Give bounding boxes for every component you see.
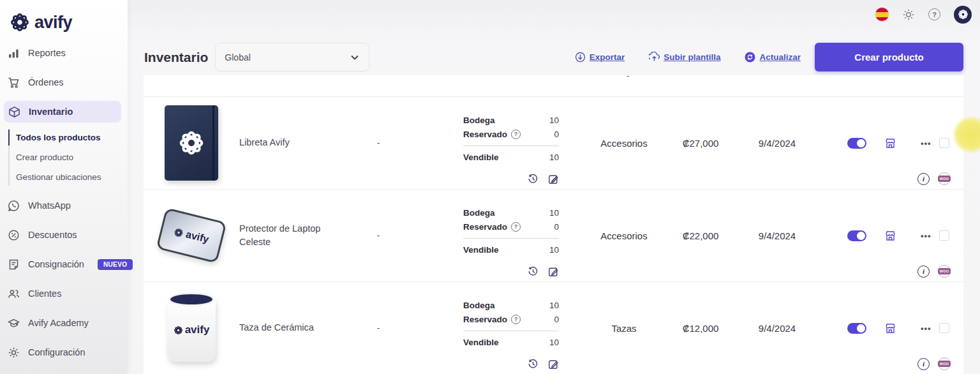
warehouse-label: Bodega bbox=[463, 301, 495, 310]
storefront-icon[interactable] bbox=[884, 230, 896, 242]
stock-divider bbox=[463, 238, 559, 239]
consignment-icon bbox=[8, 258, 20, 271]
active-toggle[interactable] bbox=[847, 323, 866, 334]
language-flag-spain-icon[interactable] bbox=[875, 8, 889, 21]
edit-stock-icon[interactable] bbox=[548, 359, 559, 370]
reserved-value: 0 bbox=[554, 130, 559, 139]
submenu-item-gestionar-ubicaciones[interactable]: Gestionar ubicaciones bbox=[0, 167, 128, 187]
upload-template-link[interactable]: Subir plantilla bbox=[649, 52, 720, 63]
product-name: Libreta Avify bbox=[239, 136, 290, 149]
stock-history-icon[interactable] bbox=[528, 266, 538, 277]
woocommerce-icon: WOO bbox=[938, 265, 951, 278]
info-icon[interactable]: i bbox=[917, 173, 930, 185]
sellable-label: Vendible bbox=[463, 338, 499, 347]
reserved-help-icon[interactable]: ? bbox=[511, 222, 521, 232]
upload-icon bbox=[649, 52, 660, 63]
sellable-value: 10 bbox=[549, 338, 559, 347]
sellable-label: Vendible bbox=[463, 153, 499, 162]
help-glyph: ? bbox=[932, 11, 937, 19]
location-select[interactable]: Global bbox=[215, 43, 369, 71]
sidebar-item-ordenes[interactable]: Órdenes bbox=[0, 68, 128, 97]
row-select-checkbox[interactable] bbox=[939, 230, 949, 241]
sidebar-item-avify-academy[interactable]: Avify Academy bbox=[0, 308, 128, 338]
row-select-checkbox[interactable] bbox=[939, 323, 949, 333]
submenu-item-label: Todos los productos bbox=[16, 133, 101, 142]
stock-cell: Bodega10 Reservado? 0 Vendible10 bbox=[410, 190, 573, 281]
graduation-cap-icon bbox=[8, 317, 20, 329]
refresh-link[interactable]: Actualizar bbox=[745, 52, 801, 63]
location-select-value: Global bbox=[225, 52, 250, 63]
laptop-sleeve-product-image: avify bbox=[156, 207, 226, 264]
sidebar-item-label: Clientes bbox=[28, 288, 61, 299]
category-cell: Tazas bbox=[573, 282, 675, 374]
mug-product-image: avify bbox=[167, 298, 216, 362]
sidebar-item-label: WhatsApp bbox=[28, 200, 71, 211]
page-title: Inventario bbox=[144, 50, 208, 65]
sidebar-item-consignacion[interactable]: Consignación NUEVO bbox=[0, 250, 128, 279]
brand-name: avify bbox=[34, 13, 72, 33]
info-icon[interactable]: i bbox=[917, 266, 930, 278]
active-toggle[interactable] bbox=[847, 138, 866, 149]
box-icon bbox=[8, 106, 20, 118]
export-label: Exportar bbox=[590, 52, 625, 62]
create-product-button[interactable]: Crear producto bbox=[815, 43, 963, 71]
sidebar-item-whatsapp[interactable]: WhatsApp bbox=[0, 191, 128, 220]
more-actions-icon[interactable]: ••• bbox=[921, 324, 932, 333]
bar-chart-icon bbox=[8, 47, 20, 59]
cart-icon bbox=[8, 77, 20, 89]
storefront-icon[interactable] bbox=[884, 137, 896, 149]
sidebar-item-label: Inventario bbox=[29, 107, 73, 117]
sidebar-item-clientes[interactable]: Clientes bbox=[0, 279, 128, 308]
stock-divider bbox=[463, 331, 559, 331]
warehouse-label: Bodega bbox=[463, 116, 495, 125]
user-avatar[interactable] bbox=[954, 6, 972, 24]
more-actions-icon[interactable]: ••• bbox=[921, 231, 932, 241]
category-cell: Accesorios bbox=[573, 97, 675, 189]
product-name: Protector de Laptop Celeste bbox=[239, 222, 346, 249]
reserved-value: 0 bbox=[554, 315, 559, 324]
variant-cell: - bbox=[346, 97, 410, 189]
reserved-help-icon[interactable]: ? bbox=[511, 315, 521, 324]
storefront-icon[interactable] bbox=[884, 322, 896, 334]
stock-cell: Bodega10 Reservado? 0 Vendible10 bbox=[410, 282, 573, 374]
edit-stock-icon[interactable] bbox=[548, 174, 559, 184]
export-link[interactable]: Exportar bbox=[575, 52, 625, 63]
stock-history-icon[interactable] bbox=[528, 174, 538, 184]
header-actions: Exportar Subir plantilla Actualizar bbox=[575, 52, 801, 63]
date-cell: 9/4/2024 bbox=[726, 190, 828, 281]
reserved-label: Reservado bbox=[463, 130, 507, 139]
submenu-item-crear-producto[interactable]: Crear producto bbox=[0, 147, 128, 167]
settings-gear-icon[interactable] bbox=[902, 8, 915, 21]
reserved-help-icon[interactable]: ? bbox=[511, 130, 521, 139]
active-toggle[interactable] bbox=[847, 230, 866, 241]
topbar: ? bbox=[128, 0, 980, 29]
sidebar-item-descuentos[interactable]: Descuentos bbox=[0, 220, 128, 250]
woocommerce-icon: WOO bbox=[938, 357, 951, 370]
discount-icon bbox=[8, 229, 20, 241]
help-icon[interactable]: ? bbox=[928, 8, 940, 20]
variant-cell: - bbox=[346, 190, 410, 281]
reserved-label: Reservado bbox=[463, 222, 507, 232]
sidebar-item-label: Reportes bbox=[28, 48, 66, 58]
notebook-product-image bbox=[165, 105, 218, 181]
table-row: avify Protector de Laptop Celeste - Bode… bbox=[144, 190, 963, 282]
product-name: Taza de Cerámica bbox=[239, 321, 314, 334]
warehouse-value: 10 bbox=[549, 208, 559, 218]
warehouse-value: 10 bbox=[549, 116, 559, 125]
edit-stock-icon[interactable] bbox=[548, 266, 559, 277]
info-icon[interactable]: i bbox=[917, 358, 930, 370]
sidebar-item-reportes[interactable]: Reportes bbox=[0, 38, 128, 68]
sellable-value: 10 bbox=[549, 153, 559, 162]
row-select-checkbox[interactable] bbox=[939, 138, 949, 148]
warehouse-value: 10 bbox=[549, 301, 559, 310]
more-actions-icon[interactable]: ••• bbox=[921, 138, 932, 148]
row-corner-icons: i WOO bbox=[917, 357, 951, 370]
stock-history-icon[interactable] bbox=[528, 359, 538, 370]
reserved-value: 0 bbox=[554, 222, 559, 232]
product-image bbox=[144, 97, 239, 189]
sidebar-item-inventario[interactable]: Inventario bbox=[4, 101, 121, 123]
sidebar-item-configuracion[interactable]: Configuración bbox=[0, 338, 128, 367]
product-image: avify bbox=[144, 190, 239, 281]
submenu-item-todos-los-productos[interactable]: Todos los productos bbox=[0, 128, 128, 147]
products-table: - Libreta Avify - Bodega10 Reservado? 0 bbox=[144, 75, 963, 374]
